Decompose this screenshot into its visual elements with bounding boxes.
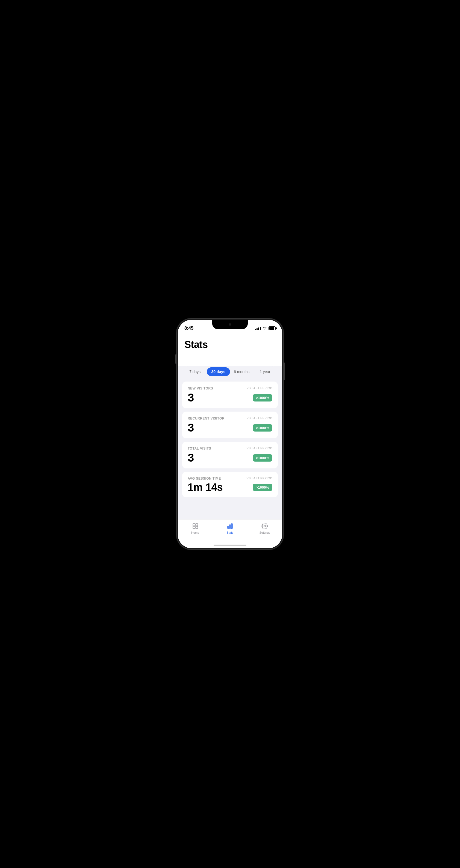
- card-label-new-visitors: NEW VISITORS: [188, 386, 213, 390]
- stats-icon: [226, 522, 234, 530]
- vs-label-1: VS LAST PERIOD: [247, 386, 272, 390]
- change-badge-2: >1000%: [253, 424, 272, 432]
- page-title: Stats: [184, 339, 276, 350]
- change-badge-1: >1000%: [253, 394, 272, 402]
- vs-label-4: VS LAST PERIOD: [247, 476, 272, 480]
- period-6months[interactable]: 6 months: [230, 367, 253, 376]
- home-bar: [214, 545, 246, 546]
- notch-dot: [229, 323, 231, 326]
- main-content: Stats: [178, 334, 282, 366]
- svg-rect-4: [227, 526, 228, 528]
- home-indicator: [178, 542, 282, 548]
- card-header-1: NEW VISITORS VS LAST PERIOD: [188, 386, 272, 390]
- period-1year[interactable]: 1 year: [253, 367, 277, 376]
- settings-icon: [261, 522, 269, 530]
- card-body-4: 1m 14s >1000%: [188, 482, 272, 492]
- card-value-avg: 1m 14s: [188, 482, 223, 492]
- svg-rect-5: [229, 525, 231, 528]
- home-icon: [191, 522, 199, 530]
- card-label-avg: AVG SESSION TIME: [188, 476, 221, 480]
- stat-card-avg-session: AVG SESSION TIME VS LAST PERIOD 1m 14s >…: [182, 472, 278, 497]
- vs-label-3: VS LAST PERIOD: [247, 446, 272, 450]
- status-bar: 8:45: [178, 320, 282, 334]
- tab-bar: Home Stats: [178, 519, 282, 542]
- stat-card-recurrent-visitor: RECURRENT VISITOR VS LAST PERIOD 3 >1000…: [182, 412, 278, 438]
- wifi-icon: [263, 326, 267, 331]
- stat-card-new-visitors: NEW VISITORS VS LAST PERIOD 3 >1000%: [182, 381, 278, 408]
- svg-rect-2: [193, 526, 195, 528]
- card-body-1: 3 >1000%: [188, 392, 272, 403]
- period-selector: 7 days 30 days 6 months 1 year: [182, 366, 278, 377]
- tab-settings-label: Settings: [259, 531, 270, 534]
- page-title-section: Stats: [178, 334, 282, 355]
- change-badge-4: >1000%: [253, 484, 272, 491]
- status-time: 8:45: [184, 326, 193, 331]
- cards-container: NEW VISITORS VS LAST PERIOD 3 >1000% REC…: [178, 381, 282, 497]
- stat-card-total-visits: TOTAL VISITS VS LAST PERIOD 3 >1000%: [182, 442, 278, 468]
- card-header-4: AVG SESSION TIME VS LAST PERIOD: [188, 476, 272, 480]
- card-body-2: 3 >1000%: [188, 422, 272, 433]
- period-30days[interactable]: 30 days: [207, 367, 230, 376]
- tab-stats[interactable]: Stats: [213, 522, 247, 534]
- tab-home-label: Home: [191, 531, 199, 534]
- card-value-new-visitors: 3: [188, 392, 194, 403]
- card-value-total: 3: [188, 452, 194, 464]
- status-icons: [255, 326, 276, 331]
- card-header-3: TOTAL VISITS VS LAST PERIOD: [188, 446, 272, 451]
- tab-home[interactable]: Home: [178, 522, 213, 534]
- card-value-recurrent: 3: [188, 422, 194, 433]
- tab-stats-label: Stats: [226, 531, 233, 534]
- svg-rect-3: [195, 526, 198, 528]
- card-label-recurrent: RECURRENT VISITOR: [188, 416, 224, 420]
- bottom-spacer: [178, 497, 282, 519]
- card-body-3: 3 >1000%: [188, 452, 272, 464]
- scroll-area[interactable]: Stats 7 days 30 days 6 months 1 year: [178, 334, 282, 519]
- svg-point-7: [264, 525, 266, 527]
- card-label-total: TOTAL VISITS: [188, 446, 211, 451]
- svg-rect-1: [195, 524, 198, 526]
- battery-icon: [269, 327, 276, 330]
- tab-settings[interactable]: Settings: [247, 522, 282, 534]
- signal-icon: [255, 327, 261, 330]
- svg-rect-0: [193, 524, 195, 526]
- period-7days[interactable]: 7 days: [183, 367, 207, 376]
- phone-screen: 8:45: [178, 320, 282, 548]
- notch: [212, 320, 248, 329]
- card-header-2: RECURRENT VISITOR VS LAST PERIOD: [188, 416, 272, 420]
- svg-rect-6: [232, 524, 233, 528]
- bg-section: 7 days 30 days 6 months 1 year NEW VISIT…: [178, 366, 282, 519]
- battery-fill: [269, 327, 274, 330]
- change-badge-3: >1000%: [253, 454, 272, 462]
- vs-label-2: VS LAST PERIOD: [247, 416, 272, 420]
- phone-frame: 8:45: [177, 319, 283, 549]
